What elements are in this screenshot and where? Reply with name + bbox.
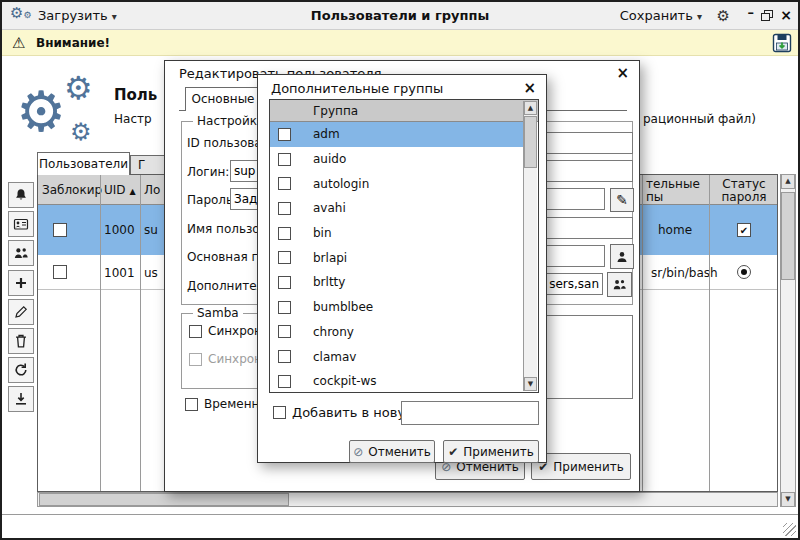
save-menu-button[interactable]: Сохранить ▾ [620, 8, 702, 23]
notifications-button[interactable] [8, 182, 34, 208]
cancel-label: Отменить [368, 445, 431, 459]
group-row[interactable]: chrony [270, 320, 523, 345]
scroll-up-button[interactable]: ▲ [781, 174, 795, 189]
blocked-checkbox[interactable] [53, 223, 67, 237]
edit-user-button[interactable] [8, 299, 34, 325]
tab-basic[interactable]: Основные [185, 87, 261, 111]
group-checkbox[interactable] [278, 325, 291, 338]
warning-text: Внимание! [36, 36, 110, 50]
scroll-down-icon: ▼ [785, 495, 790, 503]
minimize-icon: – [748, 5, 755, 20]
column-header-status-line2[interactable]: пароля [710, 190, 778, 204]
column-header-login[interactable]: Ло [144, 183, 160, 197]
page-subtitle-left: Настр [114, 112, 152, 126]
new-group-input[interactable] [401, 401, 539, 425]
password-status-radio[interactable] [737, 265, 751, 279]
apply-label: Применить [463, 445, 534, 459]
group-row[interactable]: clamav [270, 344, 523, 369]
group-checkbox[interactable] [278, 276, 291, 289]
user-card-button[interactable] [8, 211, 34, 237]
extra-cell: sr/bin/bash [651, 266, 718, 280]
group-row[interactable]: avahi [270, 196, 523, 221]
settings-gear-button[interactable]: ⚙ [717, 7, 730, 25]
group-row[interactable]: adm [270, 122, 523, 147]
login-cell: us [144, 266, 158, 280]
scrollbar-thumb[interactable] [524, 116, 537, 168]
scrollbar-thumb[interactable] [781, 192, 795, 280]
choose-primary-group-button[interactable] [610, 244, 634, 269]
maximize-button[interactable] [761, 10, 774, 22]
group-row[interactable]: brlapi [270, 245, 523, 270]
group-checkbox[interactable] [278, 375, 291, 388]
group-row[interactable]: bin [270, 221, 523, 246]
group-checkbox[interactable] [278, 350, 291, 363]
delete-user-button[interactable] [8, 328, 34, 354]
users-icon [612, 277, 627, 292]
scroll-down-icon: ▼ [528, 380, 533, 388]
dialog-close-button[interactable]: × [523, 81, 536, 95]
group-checkbox[interactable] [278, 251, 291, 264]
tab-users-label: Пользователи [39, 157, 128, 171]
apply-button[interactable]: ✔ Применить [443, 440, 539, 463]
column-header-groups-line2[interactable]: пы [646, 190, 663, 204]
user-groups-button[interactable] [8, 240, 34, 266]
tab-users[interactable]: Пользователи [37, 152, 130, 175]
scroll-up-button[interactable]: ▲ [524, 101, 537, 115]
group-label: brlapi [313, 251, 347, 265]
temp-checkbox[interactable] [185, 398, 198, 411]
column-header-uid-label: UID [104, 183, 126, 197]
column-header-status-line1[interactable]: Статус [710, 177, 778, 191]
blocked-checkbox[interactable] [53, 265, 67, 279]
refresh-button[interactable] [8, 357, 34, 383]
password-status-checkbox[interactable]: ✔ [737, 223, 751, 237]
maximize-icon [761, 10, 774, 22]
group-label: auido [313, 152, 346, 166]
person-icon [615, 250, 629, 264]
group-checkbox[interactable] [278, 128, 291, 141]
radio-dot [741, 269, 747, 275]
dialog-close-button[interactable]: × [616, 66, 629, 80]
group-checkbox[interactable] [278, 202, 291, 215]
add-user-button[interactable] [8, 270, 34, 296]
scroll-down-button[interactable]: ▼ [781, 492, 795, 507]
edit-password-button[interactable]: ✎ [610, 188, 634, 212]
group-row[interactable]: brltty [270, 270, 523, 295]
samba-sync-checkbox[interactable] [189, 325, 202, 338]
group-checkbox[interactable] [278, 177, 291, 190]
group-row[interactable]: cockpit-ws [270, 369, 523, 393]
groups-list: Группа adm auido autologin avahi bin brl… [269, 99, 539, 393]
app-window: ⚙⚙ Загрузить ▾ Пользователи и группы Сох… [0, 0, 800, 540]
resize-grip[interactable] [783, 523, 796, 536]
gear-icon: ⚙ [64, 72, 93, 104]
gear-icon: ⚙ [70, 120, 92, 144]
minimize-button[interactable]: – [748, 5, 755, 20]
samba-legend: Samba [193, 306, 243, 320]
close-icon: × [616, 64, 629, 82]
close-button[interactable]: × [780, 7, 792, 23]
pencil-icon: ✎ [616, 192, 628, 208]
column-header-uid[interactable]: UID ▲ [104, 183, 136, 197]
group-row[interactable]: autologin [270, 171, 523, 196]
scroll-down-button[interactable]: ▼ [524, 377, 537, 391]
save-file-button[interactable] [772, 33, 792, 53]
group-checkbox[interactable] [278, 153, 291, 166]
grid-line [140, 175, 141, 491]
group-checkbox[interactable] [278, 301, 291, 314]
vertical-scrollbar[interactable]: ▲ ▼ [780, 174, 796, 507]
export-button[interactable] [8, 386, 34, 412]
groups-list-header: Группа [270, 100, 538, 122]
add-new-group-checkbox[interactable] [273, 406, 286, 419]
list-vertical-scrollbar[interactable]: ▲ ▼ [523, 101, 537, 391]
add-new-group-row: Добавить в новую: [273, 405, 421, 420]
group-row[interactable]: auido [270, 147, 523, 172]
scrollbar-thumb[interactable] [39, 493, 289, 506]
horizontal-scrollbar[interactable] [37, 492, 778, 507]
group-row[interactable]: bumblbee [270, 295, 523, 320]
column-header-groups-line1[interactable]: тельные [646, 177, 700, 191]
group-checkbox[interactable] [278, 227, 291, 240]
trash-icon [13, 333, 29, 349]
choose-extra-groups-button[interactable] [607, 272, 632, 297]
column-header-blocked[interactable]: Заблокир [42, 183, 102, 197]
scroll-up-icon: ▲ [785, 177, 790, 185]
cancel-button[interactable]: ⊘ Отменить [349, 440, 435, 463]
